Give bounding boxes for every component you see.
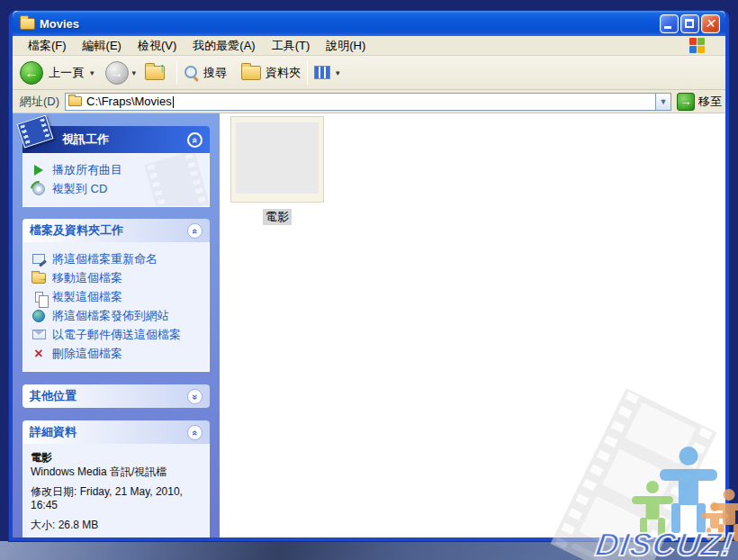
desktop-wallpaper xyxy=(0,541,738,560)
other-places-title: 其他位置 xyxy=(30,388,187,404)
title-bar[interactable]: Movies ✕ xyxy=(13,11,725,36)
views-icon xyxy=(314,66,330,79)
delete-file-task[interactable]: × 刪除這個檔案 xyxy=(31,344,202,363)
task-label: 複製到 CD xyxy=(52,181,107,197)
folders-label: 資料夾 xyxy=(266,65,301,81)
menu-view[interactable]: 檢視(V) xyxy=(130,36,184,56)
rename-file-task[interactable]: 將這個檔案重新命名 xyxy=(31,249,202,268)
expand-chevron-icon[interactable]: » xyxy=(187,389,202,404)
file-list-area[interactable]: 電影 xyxy=(220,113,725,537)
details-modified: 修改日期: Friday, 21 May, 2010, 16:45 xyxy=(31,485,202,512)
toolbar-separator xyxy=(176,61,177,85)
address-folder-icon xyxy=(68,96,82,106)
up-icon: ↑ xyxy=(145,66,165,80)
go-icon: → xyxy=(677,93,695,111)
address-value[interactable]: C:\Fraps\Movies xyxy=(86,95,655,108)
menu-help[interactable]: 說明(H) xyxy=(318,36,374,56)
explorer-window: Movies ✕ 檔案(F) 編輯(E) 檢視(V) 我的最愛(A) 工具(T)… xyxy=(9,11,729,541)
publish-file-task[interactable]: 將這個檔案發佈到網站 xyxy=(31,306,202,325)
address-input[interactable]: C:\Fraps\Movies ▼ xyxy=(65,93,671,111)
task-label: 刪除這個檔案 xyxy=(52,346,122,362)
window-title: Movies xyxy=(40,17,658,31)
publish-icon xyxy=(31,310,47,322)
file-tasks-panel: 檔案及資料夾工作 « 將這個檔案重新命名 移動這個檔案 複製這個檔案 xyxy=(22,219,210,372)
details-size: 大小: 26.8 MB xyxy=(31,519,202,532)
folder-icon xyxy=(20,18,35,30)
back-dropdown-icon[interactable]: ▾ xyxy=(90,68,94,77)
back-button[interactable]: ← 上一頁 ▾ xyxy=(20,61,98,85)
task-label: 複製這個檔案 xyxy=(52,289,122,305)
menu-edit[interactable]: 編輯(E) xyxy=(75,36,130,56)
forward-button[interactable]: → ▾ xyxy=(105,61,140,85)
minimize-icon xyxy=(664,26,671,29)
details-panel: 詳細資料 « 電影 Windows Media 音訊/視訊檔 修改日期: Fri… xyxy=(22,420,210,537)
back-icon: ← xyxy=(20,61,43,85)
search-button[interactable]: 搜尋 xyxy=(184,65,227,81)
collapse-chevron-icon[interactable]: « xyxy=(187,132,202,148)
collapse-chevron-icon[interactable]: « xyxy=(187,223,202,239)
close-button[interactable]: ✕ xyxy=(701,14,720,33)
up-button[interactable]: ↑ xyxy=(140,66,170,80)
filmstrip-icon xyxy=(17,114,54,148)
minimize-button[interactable] xyxy=(660,14,679,33)
collapse-chevron-icon[interactable]: « xyxy=(187,425,202,440)
address-label: 網址(D) xyxy=(20,94,59,110)
close-icon: ✕ xyxy=(705,16,716,31)
menu-favorites[interactable]: 我的最愛(A) xyxy=(184,36,263,56)
task-pane-sidebar: 視訊工作 « 播放所有曲目 複製到 CD xyxy=(13,113,220,537)
views-button[interactable]: ▾ xyxy=(314,66,344,79)
maximize-button[interactable] xyxy=(680,14,699,33)
details-title: 詳細資料 xyxy=(30,424,187,440)
file-name-label[interactable]: 電影 xyxy=(263,209,292,225)
address-bar: 網址(D) C:\Fraps\Movies ▼ → 移至 xyxy=(13,90,725,113)
address-dropdown-button[interactable]: ▼ xyxy=(655,94,670,110)
copy-to-cd-task[interactable]: 複製到 CD xyxy=(31,179,202,198)
go-button[interactable]: → 移至 xyxy=(677,93,722,111)
thumbnail-placeholder xyxy=(236,122,319,194)
details-file-type: Windows Media 音訊/視訊檔 xyxy=(31,465,202,479)
move-icon xyxy=(31,273,47,284)
search-icon xyxy=(184,65,200,81)
video-tasks-title: 視訊工作 xyxy=(62,131,187,148)
file-tasks-header[interactable]: 檔案及資料夾工作 « xyxy=(22,219,210,242)
folders-button[interactable]: 資料夾 xyxy=(241,65,301,81)
folders-icon xyxy=(241,66,261,80)
copy-icon xyxy=(31,292,47,303)
rename-icon xyxy=(31,254,47,264)
email-file-task[interactable]: 以電子郵件傳送這個檔案 xyxy=(31,325,202,344)
video-tasks-panel: 視訊工作 « 播放所有曲目 複製到 CD xyxy=(22,126,210,207)
forward-dropdown-icon[interactable]: ▾ xyxy=(132,68,137,77)
copy-file-task[interactable]: 複製這個檔案 xyxy=(31,287,202,306)
file-item-movie[interactable]: 電影 xyxy=(230,116,324,225)
go-label: 移至 xyxy=(698,94,722,110)
play-icon xyxy=(31,165,47,176)
file-thumbnail[interactable] xyxy=(230,116,324,203)
views-dropdown-icon[interactable]: ▾ xyxy=(336,68,340,77)
menu-file[interactable]: 檔案(F) xyxy=(20,36,75,56)
play-all-task[interactable]: 播放所有曲目 xyxy=(31,160,202,179)
maximize-icon xyxy=(685,19,694,28)
forward-icon: → xyxy=(105,61,129,85)
file-tasks-title: 檔案及資料夾工作 xyxy=(30,222,187,239)
task-label: 將這個檔案發佈到網站 xyxy=(52,308,169,324)
move-file-task[interactable]: 移動這個檔案 xyxy=(31,268,202,287)
menu-tools[interactable]: 工具(T) xyxy=(264,36,319,56)
other-places-panel: 其他位置 » xyxy=(22,384,210,408)
task-label: 播放所有曲目 xyxy=(52,162,122,178)
cd-icon xyxy=(31,183,47,195)
details-file-name: 電影 xyxy=(31,451,202,465)
windows-logo-icon xyxy=(689,38,706,54)
standard-toolbar: ← 上一頁 ▾ → ▾ ↑ 搜尋 資料夾 ▾ xyxy=(13,56,725,90)
client-area: 視訊工作 « 播放所有曲目 複製到 CD xyxy=(13,113,725,537)
text-caret xyxy=(173,96,174,108)
details-header[interactable]: 詳細資料 « xyxy=(22,420,210,444)
other-places-header[interactable]: 其他位置 » xyxy=(22,384,210,408)
email-icon xyxy=(31,330,47,339)
delete-icon: × xyxy=(31,348,47,360)
video-tasks-header[interactable]: 視訊工作 « xyxy=(22,126,210,153)
search-label: 搜尋 xyxy=(203,65,227,81)
details-body: 電影 Windows Media 音訊/視訊檔 修改日期: Friday, 21… xyxy=(22,444,210,537)
toolbar-separator xyxy=(307,61,308,85)
task-label: 移動這個檔案 xyxy=(52,270,122,286)
back-label: 上一頁 xyxy=(49,65,84,81)
